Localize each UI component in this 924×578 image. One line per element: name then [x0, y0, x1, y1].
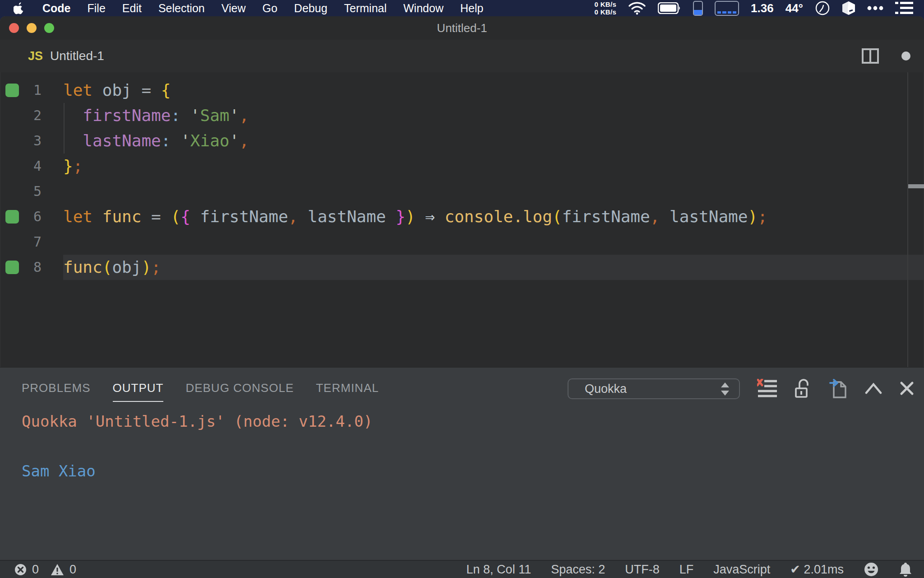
macos-menubar: CodeFileEditSelectionViewGoDebugTerminal… — [0, 0, 924, 16]
output-channel-dropdown[interactable]: Quokka — [568, 378, 740, 399]
editor-tabbar: JS Untitled-1 — [0, 40, 924, 72]
line-number: 8 — [0, 255, 42, 280]
maximize-panel-icon[interactable] — [864, 382, 882, 394]
line-number: 6 — [0, 204, 42, 229]
menu-code[interactable]: Code — [42, 2, 71, 15]
code-text: func(obj); — [63, 255, 924, 280]
status-item--2-01ms[interactable]: ✔ 2.01ms — [790, 562, 844, 577]
feedback-smiley-icon[interactable] — [864, 562, 879, 577]
panel-tabs: PROBLEMSOUTPUTDEBUG CONSOLETERMINAL — [22, 381, 379, 402]
panel-tab-output[interactable]: OUTPUT — [113, 381, 164, 402]
menu-selection[interactable]: Selection — [158, 2, 205, 15]
output-line: Sam Xiao — [22, 459, 373, 484]
code-line-3[interactable]: 3 lastName: 'Xiao', — [0, 128, 924, 154]
temperature-label[interactable]: 44° — [785, 1, 803, 15]
code-text: lastName: 'Xiao', — [63, 128, 924, 154]
wifi-icon[interactable] — [628, 1, 646, 15]
errors-icon[interactable] — [14, 564, 27, 576]
unlock-scroll-icon[interactable] — [794, 378, 812, 398]
minimize-window-button[interactable] — [27, 23, 37, 33]
split-editor-icon[interactable] — [862, 48, 879, 64]
menubar-menus: CodeFileEditSelectionViewGoDebugTerminal… — [42, 2, 483, 15]
output-console[interactable]: Quokka 'Untitled-1.js' (node: v12.4.0) S… — [22, 409, 373, 484]
javascript-file-icon: JS — [28, 49, 43, 63]
net-up-label: 0 KB/s — [595, 0, 617, 8]
status-item-spaces-2[interactable]: Spaces: 2 — [551, 563, 605, 577]
output-line: Quokka 'Untitled-1.js' (node: v12.4.0) — [22, 409, 373, 434]
code-line-8[interactable]: 8func(obj); — [0, 255, 924, 280]
display-brightness-indicator[interactable] — [693, 1, 703, 16]
code-text: let obj = { — [63, 78, 924, 103]
menu-view[interactable]: View — [222, 2, 246, 15]
status-item-utf-8[interactable]: UTF-8 — [625, 563, 660, 577]
overview-ruler[interactable] — [907, 72, 908, 367]
output-line — [22, 434, 373, 459]
gutter: 5 — [0, 179, 63, 204]
open-output-in-editor-icon[interactable] — [829, 378, 847, 398]
menu-edit[interactable]: Edit — [122, 2, 142, 15]
menu-debug[interactable]: Debug — [294, 2, 328, 15]
gutter: 3 — [0, 128, 63, 154]
code-editor[interactable]: 1let obj = {2 firstName: 'Sam',3 lastNam… — [0, 72, 924, 367]
window-title: Untitled-1 — [0, 16, 924, 40]
gutter: 6 — [0, 204, 63, 229]
status-item-javascript[interactable]: JavaScript — [713, 563, 770, 577]
panel-tab-debug-console[interactable]: DEBUG CONSOLE — [185, 381, 294, 402]
gutter: 7 — [0, 229, 63, 255]
clear-output-icon[interactable] — [757, 379, 777, 398]
line-number: 7 — [0, 229, 42, 255]
line-number: 1 — [0, 78, 42, 103]
code-text — [63, 229, 924, 255]
list-menu-icon[interactable] — [895, 1, 913, 15]
menu-file[interactable]: File — [88, 2, 106, 15]
bottom-panel: PROBLEMSOUTPUTDEBUG CONSOLETERMINAL Quok… — [0, 367, 924, 560]
gutter: 1 — [0, 78, 63, 103]
line-number: 4 — [0, 154, 42, 179]
warnings-count[interactable]: 0 — [69, 563, 76, 577]
window-titlebar[interactable]: Untitled-1 — [0, 16, 924, 40]
more-menu-icon[interactable] — [867, 6, 883, 10]
notifications-bell-icon[interactable] — [899, 562, 912, 577]
panel-tab-terminal[interactable]: TERMINAL — [316, 381, 379, 402]
code-text: let func = ({ firstName, lastName }) ⇒ c… — [63, 204, 924, 229]
apple-menu-icon[interactable] — [14, 2, 24, 14]
line-number: 3 — [0, 128, 42, 154]
status-item-ln-8-col-11[interactable]: Ln 8, Col 11 — [467, 563, 531, 577]
menu-terminal[interactable]: Terminal — [344, 2, 387, 15]
overview-ruler-mark — [908, 184, 924, 188]
line-number: 2 — [0, 103, 42, 128]
code-text: }; — [63, 154, 924, 179]
menu-go[interactable]: Go — [263, 2, 277, 15]
menu-help[interactable]: Help — [460, 2, 483, 15]
keyboard-backlight-indicator[interactable] — [715, 1, 739, 16]
code-line-2[interactable]: 2 firstName: 'Sam', — [0, 103, 924, 128]
status-item-lf[interactable]: LF — [679, 563, 694, 577]
code-line-7[interactable]: 7 — [0, 229, 924, 255]
network-speed-indicator[interactable]: 0 KB/s 0 KB/s — [595, 0, 617, 16]
clock-menubar-icon[interactable] — [815, 0, 830, 16]
unsaved-changes-dot[interactable] — [901, 51, 910, 61]
close-panel-icon[interactable] — [900, 381, 914, 396]
gutter: 8 — [0, 255, 63, 280]
output-channel-value: Quokka — [585, 382, 627, 396]
code-text — [63, 179, 924, 204]
close-window-button[interactable] — [9, 23, 19, 33]
vscode-window: Untitled-1 JS Untitled-1 1let obj = {2 f… — [0, 16, 924, 578]
warnings-icon[interactable] — [51, 564, 64, 576]
statusbar: 0 0 Ln 8, Col 11Spaces: 2UTF-8LFJavaScri… — [0, 560, 924, 578]
editor-tab-untitled-1[interactable]: Untitled-1 — [50, 49, 104, 63]
errors-count[interactable]: 0 — [32, 563, 39, 577]
cube-app-icon[interactable] — [842, 1, 855, 15]
panel-tab-problems[interactable]: PROBLEMS — [22, 381, 91, 402]
code-line-1[interactable]: 1let obj = { — [0, 78, 924, 103]
code-line-6[interactable]: 6let func = ({ firstName, lastName }) ⇒ … — [0, 204, 924, 229]
dropdown-arrows-icon — [721, 382, 729, 396]
code-line-4[interactable]: 4}; — [0, 154, 924, 179]
net-down-label: 0 KB/s — [595, 8, 617, 16]
code-line-5[interactable]: 5 — [0, 179, 924, 204]
menu-window[interactable]: Window — [403, 2, 444, 15]
gutter: 4 — [0, 154, 63, 179]
battery-icon[interactable] — [658, 2, 681, 14]
cpu-stat-label[interactable]: 1.36 — [751, 1, 774, 15]
zoom-window-button[interactable] — [44, 23, 54, 33]
